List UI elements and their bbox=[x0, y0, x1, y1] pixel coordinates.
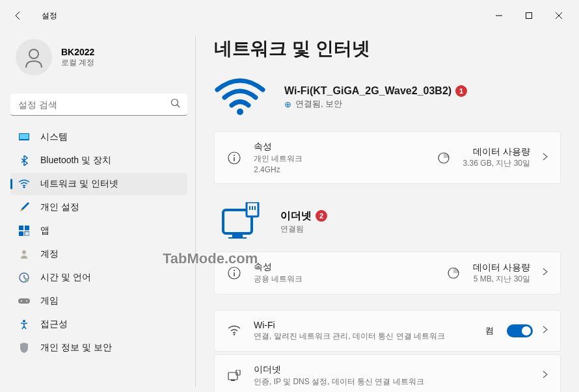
svg-point-14 bbox=[22, 250, 26, 254]
ethernet-icon bbox=[221, 202, 262, 241]
globe-icon: ⊕ bbox=[284, 99, 291, 109]
profile-name: BK2022 bbox=[61, 47, 94, 57]
sidebar-item-apps[interactable]: 앱 bbox=[10, 220, 187, 242]
network-icon bbox=[18, 178, 30, 190]
wifi-toggle[interactable] bbox=[507, 324, 533, 337]
svg-rect-8 bbox=[20, 134, 29, 139]
sidebar-item-label: Bluetooth 및 장치 bbox=[40, 155, 111, 166]
brush-icon bbox=[18, 202, 30, 213]
chevron-right-icon bbox=[542, 370, 548, 382]
data-usage-icon bbox=[446, 267, 461, 280]
data-usage-sub: 3.36 GB, 지난 30일 bbox=[463, 158, 530, 169]
wifi-name: Wi-Fi(KT_GiGA_2G_Wave2_03B2) bbox=[284, 85, 451, 97]
svg-rect-10 bbox=[19, 226, 23, 230]
bluetooth-icon bbox=[18, 155, 30, 166]
eth-card-sub: 인증, IP 및 DNS 설정, 데이터 통신 연결 네트워크 bbox=[254, 376, 530, 387]
back-button[interactable] bbox=[5, 3, 31, 29]
sidebar-item-accessibility[interactable]: 접근성 bbox=[10, 313, 187, 335]
sidebar-item-time-language[interactable]: 시간 및 언어 bbox=[10, 267, 187, 289]
svg-point-20 bbox=[23, 320, 25, 322]
sidebar-item-accounts[interactable]: 계정 bbox=[10, 243, 187, 265]
data-usage-icon bbox=[436, 151, 451, 164]
svg-rect-1 bbox=[526, 13, 532, 19]
wifi-small-icon bbox=[226, 326, 242, 336]
system-icon bbox=[18, 131, 30, 143]
sidebar-item-system[interactable]: 시스템 bbox=[10, 126, 187, 148]
svg-rect-27 bbox=[232, 233, 243, 237]
sidebar-item-label: 네트워크 및 인터넷 bbox=[40, 178, 118, 190]
svg-point-21 bbox=[237, 109, 243, 115]
eth-info-card[interactable]: 속성 공용 네트워크 데이터 사용량 5 MB, 지난 30일 bbox=[214, 252, 561, 294]
eth-data-usage-title: 데이터 사용량 bbox=[473, 262, 530, 274]
sidebar-item-label: 계정 bbox=[40, 248, 59, 260]
svg-point-16 bbox=[25, 278, 29, 282]
wifi-icon bbox=[214, 77, 266, 118]
page-title: 네트워크 및 인터넷 bbox=[214, 36, 561, 61]
close-button[interactable] bbox=[544, 5, 574, 26]
info-icon bbox=[226, 267, 242, 280]
eth-card-title: 이더넷 bbox=[254, 364, 530, 376]
sidebar-item-privacy[interactable]: 개인 정보 및 보안 bbox=[10, 337, 187, 359]
svg-line-6 bbox=[177, 105, 180, 107]
sidebar-item-label: 개인 정보 및 보안 bbox=[40, 342, 112, 354]
wifi-info-card[interactable]: 속성 개인 네트워크 2.4GHz 데이터 사용량 3.36 GB, 지난 30… bbox=[214, 131, 561, 184]
eth-data-usage-sub: 5 MB, 지난 30일 bbox=[473, 274, 530, 285]
svg-point-37 bbox=[234, 333, 236, 335]
svg-point-19 bbox=[26, 300, 27, 302]
svg-point-18 bbox=[21, 300, 22, 302]
accounts-icon bbox=[18, 248, 30, 260]
sidebar-item-label: 접근성 bbox=[40, 319, 68, 330]
svg-point-4 bbox=[29, 49, 38, 59]
maximize-button[interactable] bbox=[514, 5, 544, 26]
badge-2: 2 bbox=[316, 210, 327, 222]
accessibility-icon bbox=[18, 319, 30, 330]
svg-point-23 bbox=[234, 155, 235, 156]
chevron-right-icon bbox=[542, 267, 548, 279]
svg-rect-17 bbox=[18, 298, 30, 304]
svg-point-9 bbox=[23, 187, 25, 189]
apps-icon bbox=[18, 225, 30, 237]
ethernet-settings-row[interactable]: 이더넷 인증, IP 및 DNS 설정, 데이터 통신 연결 네트워크 bbox=[215, 355, 560, 392]
sidebar-item-label: 개인 설정 bbox=[40, 202, 79, 213]
avatar bbox=[16, 39, 52, 75]
wifi-card-sub: 연결, 알려진 네트워크 관리, 데이터 통신 연결 네트워크 bbox=[254, 331, 474, 342]
shield-icon bbox=[18, 342, 30, 354]
svg-point-34 bbox=[234, 270, 235, 271]
svg-rect-11 bbox=[25, 226, 29, 230]
info-icon bbox=[226, 151, 242, 164]
svg-rect-13 bbox=[25, 231, 29, 236]
ethernet-status: 연결됨 bbox=[280, 224, 327, 235]
sidebar-item-label: 앱 bbox=[40, 225, 49, 237]
profile-section[interactable]: BK2022 로컬 계정 bbox=[10, 31, 187, 88]
wifi-status: 연결됨, 보안 bbox=[295, 98, 342, 110]
wifi-settings-row[interactable]: Wi-Fi 연결, 알려진 네트워크 관리, 데이터 통신 연결 네트워크 켬 bbox=[215, 311, 560, 351]
profile-subtitle: 로컬 계정 bbox=[61, 57, 94, 68]
search-input[interactable] bbox=[10, 94, 187, 116]
chevron-right-icon bbox=[542, 152, 548, 164]
sidebar-item-personalization[interactable]: 개인 설정 bbox=[10, 196, 187, 218]
ethernet-small-icon bbox=[226, 370, 242, 382]
data-usage-title: 데이터 사용량 bbox=[463, 146, 530, 158]
properties-title: 속성 bbox=[254, 141, 376, 153]
svg-rect-39 bbox=[231, 380, 235, 381]
toggle-label: 켬 bbox=[485, 325, 494, 337]
sidebar-item-bluetooth[interactable]: Bluetooth 및 장치 bbox=[10, 150, 187, 172]
sidebar-item-label: 시스템 bbox=[40, 131, 68, 143]
properties-sub2: 2.4GHz bbox=[254, 165, 376, 174]
gaming-icon bbox=[18, 295, 30, 307]
eth-properties-title: 속성 bbox=[254, 261, 376, 273]
properties-sub: 개인 네트워크 bbox=[254, 153, 376, 164]
search-icon bbox=[170, 98, 181, 111]
wifi-card-title: Wi-Fi bbox=[254, 320, 474, 330]
sidebar-item-label: 게임 bbox=[40, 295, 59, 307]
eth-properties-sub: 공용 네트워크 bbox=[254, 274, 376, 285]
sidebar-item-network[interactable]: 네트워크 및 인터넷 bbox=[10, 173, 187, 195]
ethernet-name: 이더넷 bbox=[280, 209, 312, 223]
minimize-button[interactable] bbox=[484, 5, 514, 26]
clock-icon bbox=[18, 272, 30, 283]
svg-rect-28 bbox=[228, 237, 247, 239]
svg-rect-12 bbox=[19, 231, 23, 236]
sidebar-item-label: 시간 및 언어 bbox=[40, 272, 91, 283]
sidebar-item-gaming[interactable]: 게임 bbox=[10, 290, 187, 312]
badge-1: 1 bbox=[455, 85, 467, 97]
